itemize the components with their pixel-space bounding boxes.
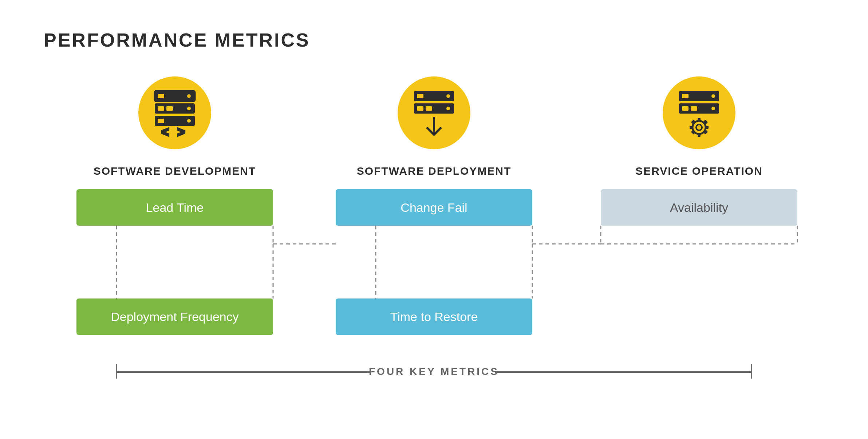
svg-rect-33	[705, 126, 709, 129]
svg-rect-5	[158, 106, 164, 111]
svg-point-19	[446, 107, 450, 110]
svg-rect-26	[691, 106, 697, 111]
lead-time-label: Lead Time	[146, 201, 204, 214]
availability-label: Availability	[670, 201, 728, 214]
svg-text:>: >	[177, 124, 185, 139]
svg-rect-30	[698, 118, 701, 122]
svg-point-23	[711, 94, 715, 98]
svg-rect-2	[158, 94, 164, 98]
main-diagram: < > SOFTWARE DEVELOPMENT Lead Time Deplo…	[44, 76, 824, 424]
svg-rect-32	[690, 126, 693, 129]
col1-title: SOFTWARE DEVELOPMENT	[94, 165, 256, 177]
svg-point-27	[711, 107, 715, 110]
svg-rect-9	[158, 119, 164, 123]
svg-point-15	[446, 94, 450, 98]
svg-rect-14	[417, 94, 423, 98]
time-restore-label: Time to Restore	[390, 310, 478, 324]
svg-point-3	[187, 94, 191, 98]
svg-rect-6	[166, 106, 173, 111]
svg-rect-22	[682, 94, 689, 98]
svg-rect-17	[417, 106, 423, 111]
change-fail-label: Change Fail	[401, 201, 467, 214]
svg-rect-25	[682, 106, 689, 111]
page-title: PERFORMANCE METRICS	[44, 29, 310, 51]
svg-text:<: <	[161, 124, 169, 139]
deployment-freq-label: Deployment Frequency	[111, 310, 239, 324]
svg-point-10	[187, 119, 191, 123]
svg-rect-18	[426, 106, 432, 111]
page: PERFORMANCE METRICS	[0, 0, 868, 439]
svg-point-7	[187, 107, 191, 110]
svg-rect-31	[698, 133, 701, 137]
col2-title: SOFTWARE DEPLOYMENT	[357, 165, 512, 177]
col3-title: SERVICE OPERATION	[635, 165, 763, 177]
four-key-label: FOUR KEY METRICS	[369, 366, 499, 377]
